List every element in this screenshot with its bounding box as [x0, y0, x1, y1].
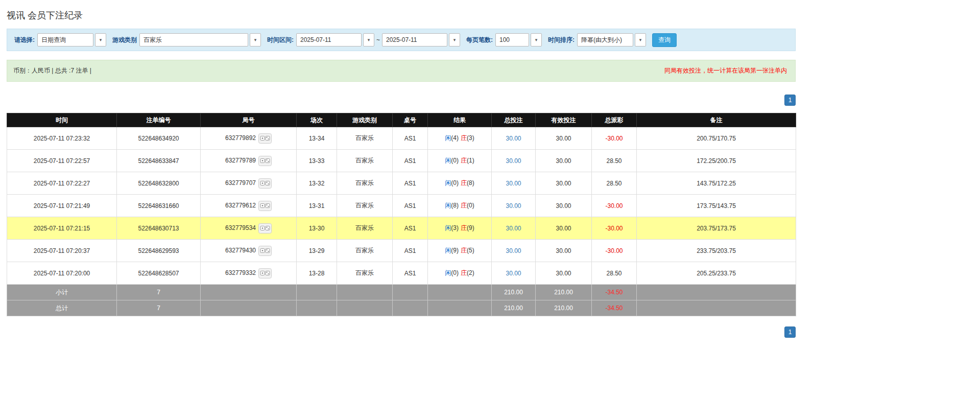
round-no: 632779534	[225, 224, 256, 231]
date-from-dropdown-button[interactable]: ▾	[363, 33, 374, 46]
page-title: 视讯 会员下注纪录	[7, 9, 796, 21]
time-cell: 2025-07-11 07:20:00	[7, 262, 117, 285]
filter-label-game-type: 游戏类别	[112, 36, 137, 44]
game-type-cell: 百家乐	[337, 262, 393, 285]
total-bet-cell: 30.00	[492, 217, 536, 240]
sort-order-dropdown-button[interactable]: ▾	[635, 33, 646, 46]
date-to-dropdown-button[interactable]: ▾	[449, 33, 460, 46]
page-size-input[interactable]	[495, 33, 529, 46]
bet-no-cell: 522648629593	[117, 240, 201, 262]
table-row: 2025-07-11 07:21:15 522648630713 6327795…	[7, 217, 796, 240]
round-no-cell: 632779789	[201, 150, 297, 172]
empty-cell	[637, 300, 796, 316]
note-cell: 143.75/172.25	[637, 172, 796, 195]
subtotal-row: 小计 7 210.00 210.00 -34.50	[7, 285, 796, 300]
column-header-table-no: 桌号	[393, 113, 428, 127]
page-button[interactable]: 1	[784, 326, 796, 338]
page-size-dropdown-button[interactable]: ▾	[531, 33, 542, 46]
bet-no-cell: 522648628507	[117, 262, 201, 285]
replay-icon[interactable]	[258, 246, 272, 256]
date-to-input[interactable]	[382, 33, 447, 46]
page-size-combo: ▾	[495, 33, 542, 46]
bet-no-cell: 522648634920	[117, 127, 201, 150]
filter-label-date-range: 时间区间:	[267, 36, 294, 44]
game-type-cell: 百家乐	[337, 127, 393, 150]
search-button[interactable]: 查询	[652, 33, 677, 47]
column-header-result: 结果	[428, 113, 492, 127]
total-bet-link[interactable]: 30.00	[506, 180, 521, 187]
payout-cell: -30.00	[592, 240, 637, 262]
note-cell: 203.75/173.75	[637, 217, 796, 240]
pagination-top: 1	[7, 95, 796, 106]
valid-bet-cell: 30.00	[536, 240, 592, 262]
result-banker-label: 庄	[461, 247, 467, 254]
filter-label-select: 请选择:	[14, 36, 35, 44]
replay-icon[interactable]	[258, 156, 272, 166]
subtotal-label: 小计	[7, 285, 117, 300]
game-type-cell: 百家乐	[337, 195, 393, 217]
empty-cell	[201, 285, 297, 300]
select-type-input[interactable]	[37, 33, 93, 46]
total-bet-link[interactable]: 30.00	[506, 135, 521, 142]
column-header-round-no: 局号	[201, 113, 297, 127]
result-banker-label: 庄	[461, 224, 467, 231]
result-cell: 闲(0)庄(1)	[428, 150, 492, 172]
note-cell: 233.75/203.75	[637, 240, 796, 262]
table-row: 2025-07-11 07:21:49 522648631660 6327796…	[7, 195, 796, 217]
result-player-value: (0)	[451, 179, 459, 186]
page-button[interactable]: 1	[784, 95, 796, 106]
result-player-label: 闲	[445, 157, 451, 164]
result-player-label: 闲	[445, 179, 451, 186]
replay-icon[interactable]	[258, 268, 272, 278]
result-banker-value: (3)	[467, 134, 474, 142]
time-cell: 2025-07-11 07:22:57	[7, 150, 117, 172]
session-cell: 13-33	[297, 150, 337, 172]
total-bet-link[interactable]: 30.00	[506, 270, 521, 277]
total-bet-cell: 30.00	[492, 172, 536, 195]
total-bet-link[interactable]: 30.00	[506, 202, 521, 209]
total-count: 7	[117, 300, 201, 316]
note-cell: 205.25/233.75	[637, 262, 796, 285]
empty-cell	[337, 285, 393, 300]
date-from-input[interactable]	[296, 33, 362, 46]
subtotal-total-bet: 210.00	[492, 285, 536, 300]
sort-order-input[interactable]	[577, 33, 633, 46]
column-header-payout: 总派彩	[592, 113, 637, 127]
result-banker-value: (9)	[467, 224, 474, 231]
game-type-input[interactable]	[139, 33, 248, 46]
select-type-dropdown-button[interactable]: ▾	[95, 33, 106, 46]
total-bet-link[interactable]: 30.00	[506, 157, 521, 165]
table-no-cell: AS1	[393, 150, 428, 172]
sort-order-combo: ▾	[577, 33, 646, 46]
table-row: 2025-07-11 07:23:32 522648634920 6327798…	[7, 127, 796, 150]
round-no: 632779789	[225, 157, 256, 164]
replay-icon[interactable]	[258, 133, 272, 144]
table-row: 2025-07-11 07:22:27 522648632800 6327797…	[7, 172, 796, 195]
result-player-label: 闲	[445, 224, 451, 231]
result-player-value: (0)	[451, 269, 459, 276]
empty-cell	[637, 285, 796, 300]
column-header-total-bet: 总投注	[492, 113, 536, 127]
total-bet-link[interactable]: 30.00	[506, 247, 521, 254]
total-row: 总计 7 210.00 210.00 -34.50	[7, 300, 796, 316]
empty-cell	[201, 300, 297, 316]
table-row: 2025-07-11 07:22:57 522648633847 6327797…	[7, 150, 796, 172]
valid-bet-cell: 30.00	[536, 172, 592, 195]
game-type-cell: 百家乐	[337, 172, 393, 195]
result-cell: 闲(0)庄(2)	[428, 262, 492, 285]
replay-icon[interactable]	[258, 201, 272, 211]
payout-cell: -30.00	[592, 217, 637, 240]
time-cell: 2025-07-11 07:23:32	[7, 127, 117, 150]
replay-icon[interactable]	[258, 223, 272, 234]
bet-records-table: 时间 注单编号 局号 场次 游戏类别 桌号 结果 总投注 有效投注 总派彩 备注…	[7, 113, 796, 316]
replay-icon[interactable]	[258, 178, 272, 189]
game-type-dropdown-button[interactable]: ▾	[250, 33, 261, 46]
result-cell: 闲(9)庄(5)	[428, 240, 492, 262]
filter-label-page-size: 每页笔数:	[466, 36, 493, 44]
total-total-bet: 210.00	[492, 300, 536, 316]
date-to-combo: ▾	[382, 33, 460, 46]
round-no-cell: 632779534	[201, 217, 297, 240]
time-cell: 2025-07-11 07:21:15	[7, 217, 117, 240]
total-bet-link[interactable]: 30.00	[506, 225, 521, 232]
result-player-label: 闲	[445, 247, 451, 254]
